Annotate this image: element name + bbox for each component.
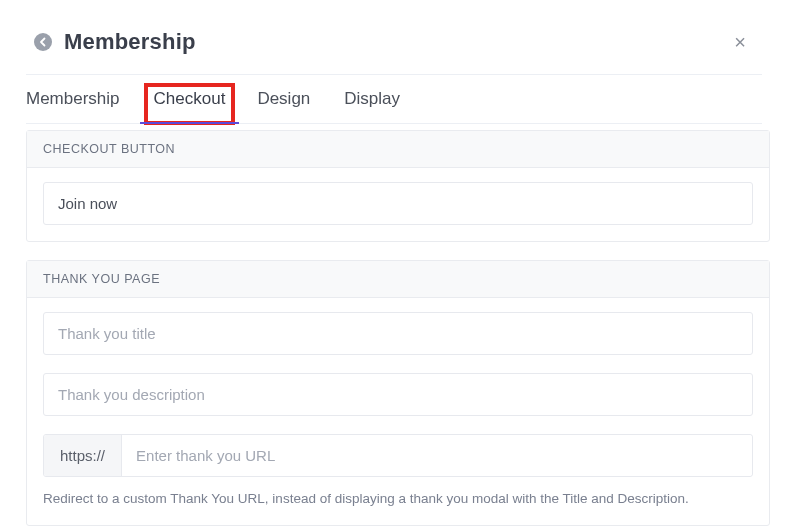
tab-display[interactable]: Display: [344, 89, 400, 123]
checkout-button-text-input[interactable]: [43, 182, 753, 225]
tabs: Membership Checkout Design Display: [26, 74, 762, 124]
tab-design[interactable]: Design: [257, 89, 310, 123]
panel-thank-you: THANK YOU PAGE https:// Redirect to a cu…: [26, 260, 770, 526]
thank-you-description-input[interactable]: [43, 373, 753, 416]
close-icon[interactable]: ×: [726, 28, 754, 56]
url-prefix-label: https://: [44, 435, 122, 476]
tab-membership[interactable]: Membership: [26, 89, 120, 123]
thank-you-url-input[interactable]: [122, 435, 752, 476]
panel-body: https:// Redirect to a custom Thank You …: [27, 298, 769, 525]
thank-you-url-group: https://: [43, 434, 753, 477]
panel-body: [27, 168, 769, 241]
page-title: Membership: [64, 29, 196, 55]
thank-you-title-input[interactable]: [43, 312, 753, 355]
back-icon[interactable]: [34, 33, 52, 51]
tab-checkout[interactable]: Checkout: [146, 85, 234, 123]
settings-scroll-area[interactable]: CHECKOUT BUTTON THANK YOU PAGE https:// …: [26, 130, 770, 529]
modal-header: Membership ×: [0, 0, 788, 74]
panel-heading: CHECKOUT BUTTON: [27, 131, 769, 168]
panel-checkout-button: CHECKOUT BUTTON: [26, 130, 770, 242]
panel-heading: THANK YOU PAGE: [27, 261, 769, 298]
thank-you-url-help: Redirect to a custom Thank You URL, inst…: [43, 489, 753, 509]
